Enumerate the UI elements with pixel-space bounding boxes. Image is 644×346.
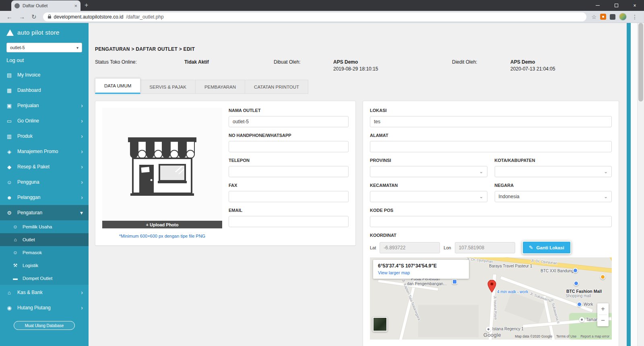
sidebar-item-hutang-piutang[interactable]: ◉ Hutang Piutang ›	[0, 300, 89, 315]
chevron-right-icon: ›	[81, 179, 83, 185]
window-close-button[interactable]: ×	[625, 0, 644, 11]
terms-of-use-link[interactable]: Terms of Use	[556, 334, 576, 338]
tab-close-icon[interactable]: ×	[74, 3, 77, 8]
kota-select[interactable]	[495, 166, 612, 177]
outlet-select[interactable]: outlet-5	[6, 43, 82, 52]
poi-museum-icon	[452, 279, 457, 284]
sidebar-item-penjualan[interactable]: ▣ Penjualan ›	[0, 98, 89, 113]
sidebar-item-pengguna[interactable]: ☺ Pengguna ›	[0, 174, 89, 190]
window-maximize-button[interactable]	[607, 0, 625, 11]
negara-select[interactable]: Indonesia	[495, 191, 612, 202]
user-icon: ☺	[6, 179, 13, 185]
kodepos-input[interactable]	[370, 216, 612, 227]
address-bar[interactable]: development.autopilotstore.co.id /daftar…	[43, 12, 587, 21]
chevron-right-icon: ›	[81, 194, 83, 201]
new-tab-button[interactable]: +	[85, 2, 88, 9]
google-map[interactable]: Jl. Dr. Djunjunan Jl. Dr. Djunjunan Jl. …	[370, 257, 612, 340]
created-by-label: Dibuat Oleh:	[274, 59, 333, 72]
window-minimize-button[interactable]	[588, 0, 607, 11]
back-button[interactable]: ←	[3, 13, 16, 20]
poi-istana-icon	[486, 327, 491, 332]
sidebar-item-kas-bank[interactable]: ⌂ Kas & Bank ›	[0, 285, 89, 300]
poi-shop-icon	[600, 274, 605, 280]
browser-tab[interactable]: Daftar Outlet ×	[11, 0, 80, 11]
koordinat-label: KOORDINAT	[370, 233, 612, 238]
extension-icon[interactable]	[600, 14, 606, 20]
product-icon: ▥	[6, 133, 13, 139]
kecamatan-label: KECAMATAN	[370, 183, 487, 188]
zoom-in-button[interactable]: +	[597, 303, 609, 315]
profile-avatar[interactable]	[619, 13, 627, 21]
sidebar-item-label: Dashboard	[17, 87, 83, 93]
fax-input[interactable]	[229, 191, 349, 202]
dashboard-icon: ▦	[6, 87, 13, 93]
extensions-puzzle-icon[interactable]	[610, 14, 615, 20]
lokasi-card: LOKASI ALAMAT PROVINSI KOTA/KABUPATEN	[363, 101, 619, 346]
bookmark-star-icon[interactable]: ☆	[591, 14, 597, 20]
provinsi-label: PROVINSI	[370, 158, 487, 163]
forward-button[interactable]: →	[16, 13, 28, 20]
sidebar-item-pengaturan[interactable]: ⚙ Pengaturan ▾	[0, 205, 89, 220]
sidebar-item-go-online[interactable]: ▭ Go Online ›	[0, 113, 89, 128]
invoice-icon: ▤	[6, 72, 13, 78]
submenu-item-dompet-outlet[interactable]: ▬ Dompet Outlet	[0, 272, 89, 285]
sidebar-item-pelanggan[interactable]: ☻ Pelanggan ›	[0, 190, 89, 205]
sidebar-item-produk[interactable]: ▥ Produk ›	[0, 128, 89, 144]
nama-outlet-input[interactable]	[229, 116, 349, 127]
upload-note: *Minimum 600×600 px dengan tipe file PNG	[102, 234, 222, 238]
sidebar-item-label: Pengaturan	[17, 210, 76, 215]
upload-photo-button[interactable]: + Upload Photo	[102, 221, 222, 228]
sidebar-item-label: Pengguna	[17, 179, 76, 185]
report-map-error-link[interactable]: Report a map error	[580, 334, 609, 338]
ganti-lokasi-button[interactable]: ✎ Ganti Lokasi	[522, 241, 571, 254]
status-online-label: Status Toko Online:	[95, 59, 184, 72]
browser-menu-icon[interactable]: ⋮	[630, 14, 639, 20]
map-label-btc-fashion-sub: Shopping mall	[566, 294, 591, 298]
kecamatan-select[interactable]	[370, 191, 487, 202]
recipe-icon: ◆	[6, 164, 13, 170]
submenu-item-logistik[interactable]: ⚒ Logistik	[0, 259, 89, 272]
tab-data-umum[interactable]: DATA UMUM	[95, 78, 140, 94]
telepon-input[interactable]	[229, 166, 349, 177]
reload-database-button[interactable]: Muat Ulang Database	[14, 321, 75, 330]
bank-icon: ⌂	[6, 290, 13, 296]
map-label-baraya: Baraya Travel Pasteur 1	[489, 264, 532, 268]
minimize-icon	[596, 5, 600, 6]
scrollbar-thumb[interactable]	[638, 23, 643, 102]
provinsi-select[interactable]	[370, 166, 487, 177]
tab-catatan-printout[interactable]: CATATAN PRINTOUT	[245, 80, 308, 94]
email-input[interactable]	[229, 216, 349, 227]
sidebar-item-dashboard[interactable]: ▦ Dashboard	[0, 83, 89, 98]
map-label-work: Work	[584, 302, 593, 307]
lokasi-input[interactable]	[370, 116, 612, 127]
map-pin[interactable]	[487, 280, 496, 294]
customer-icon: ☻	[6, 195, 13, 201]
app-logo: auto pilot store	[0, 23, 89, 39]
lock-icon	[48, 16, 51, 19]
sidebar-item-my-invoice[interactable]: ▤ My Invoice	[0, 67, 89, 83]
right-edge-strip	[627, 23, 631, 346]
handphone-input[interactable]	[229, 141, 349, 152]
tab-pembayaran[interactable]: PEMBAYARAN	[196, 80, 245, 94]
zoom-out-button[interactable]: −	[597, 315, 609, 326]
view-larger-map-link[interactable]: View larger map	[378, 270, 464, 275]
supplier-icon: ☺	[12, 250, 19, 255]
sidebar-item-manajemen-promo[interactable]: ◈ Manajemen Promo ›	[0, 144, 89, 159]
promo-icon: ◈	[6, 149, 13, 155]
submenu-item-outlet[interactable]: ⌂ Outlet	[0, 233, 89, 246]
chevron-right-icon: ›	[81, 118, 83, 124]
reload-button[interactable]: ↻	[28, 13, 40, 21]
satellite-view-toggle[interactable]	[373, 317, 387, 331]
sidebar-item-resep-paket[interactable]: ◆ Resep & Paket ›	[0, 159, 89, 174]
sidebar-item-label: Penjualan	[17, 103, 76, 108]
submenu-item-pemasok[interactable]: ☺ Pemasok	[0, 246, 89, 259]
tab-servis-pajak[interactable]: SERVIS & PAJAK	[140, 80, 196, 94]
logout-link[interactable]: Log out	[0, 54, 89, 67]
page-scrollbar[interactable]	[637, 23, 644, 346]
submenu-item-pemilik-usaha[interactable]: ☺ Pemilik Usaha	[0, 220, 89, 233]
alamat-input[interactable]	[370, 141, 612, 152]
poi-park-icon	[579, 317, 584, 322]
sidebar-item-label: My Invoice	[17, 72, 83, 78]
map-label-istana: Istana Regency 1	[492, 327, 524, 331]
map-label-btc-xxi: BTC XXI Bandung	[541, 269, 574, 273]
